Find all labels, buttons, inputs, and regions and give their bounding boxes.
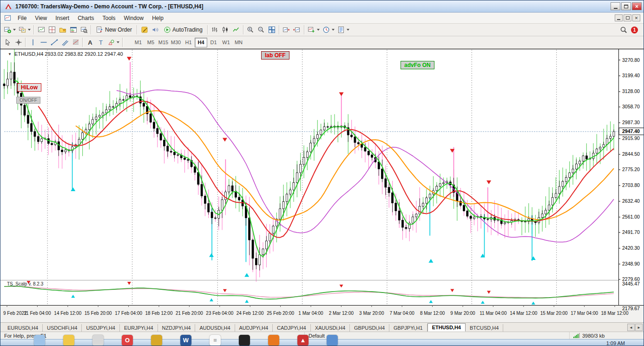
candlestick-chart-style-button[interactable] [220, 25, 231, 35]
text-tool-button[interactable]: A [85, 37, 95, 48]
chart-tab-audjpyi-h4[interactable]: AUDJPYi,H4 [235, 324, 273, 332]
zoom-in-button[interactable] [245, 25, 256, 35]
line-chart-style-button[interactable] [231, 25, 242, 35]
taskbar-word-icon[interactable]: W [180, 335, 191, 346]
sounds-button[interactable] [150, 25, 160, 35]
price-chart-svg[interactable]: 3270.803199.403128.003058.702987.302915.… [0, 49, 644, 322]
vertical-line-tool-button[interactable] [27, 37, 38, 48]
text-label-tool-button[interactable]: T [95, 37, 106, 48]
menu-file[interactable]: File [13, 13, 31, 23]
taskbar-files-icon[interactable] [92, 335, 104, 346]
chart-shift-button[interactable] [292, 25, 302, 35]
indicators-list-button[interactable] [306, 25, 321, 35]
strategy-tester-button[interactable] [79, 25, 89, 35]
timeframe-mn[interactable]: MN [232, 38, 245, 47]
timeframe-h1[interactable]: H1 [182, 38, 195, 47]
chart-tab-eurjpyi-h4[interactable]: EURJPYi,H4 [120, 324, 158, 332]
periods-button[interactable] [321, 25, 336, 35]
crosshair-tool-button[interactable] [13, 37, 24, 48]
svg-text:2844.50: 2844.50 [622, 151, 640, 157]
search-icon[interactable] [620, 26, 627, 33]
toolbar-separator [25, 38, 26, 47]
menu-tools[interactable]: Tools [99, 13, 120, 23]
close-button[interactable]: × [632, 2, 642, 10]
fibonacci-tool-button[interactable] [70, 37, 81, 48]
tab-scroll-left-icon[interactable]: ◄ [627, 324, 635, 331]
taskbar-mt4-icon[interactable]: ▲ [297, 335, 309, 346]
chart-tab-xauusdi-h4[interactable]: XAUUSDi,H4 [311, 324, 350, 332]
minimize-button[interactable] [611, 2, 620, 10]
standard-toolbar: New OrderAutoTrading 1 [0, 24, 644, 36]
terminal-button[interactable] [68, 25, 79, 35]
chart-tab-cadjpyi-h4[interactable]: CADJPYi,H4 [273, 324, 311, 332]
timeframe-m5[interactable]: M5 [145, 38, 157, 47]
navigator-button[interactable] [57, 25, 68, 35]
metaeditor-button[interactable] [139, 25, 150, 35]
mdi-close-button[interactable]: ✕ [632, 14, 640, 21]
timeframe-m15[interactable]: M15 [157, 38, 170, 47]
new-chart-button[interactable] [2, 25, 17, 35]
autotrading-button[interactable]: AutoTrading [160, 25, 206, 35]
mdi-restore-button[interactable] [624, 14, 631, 21]
auto-scroll-button[interactable] [281, 25, 292, 35]
timeframe-h4[interactable]: H4 [195, 38, 207, 47]
dropdown-caret-icon[interactable] [347, 29, 349, 31]
maximize-button[interactable] [621, 2, 631, 10]
tile-windows-button[interactable] [267, 25, 277, 35]
taskbar-browser-icon[interactable]: O [122, 335, 133, 346]
trendline-tool-button[interactable] [49, 37, 59, 48]
taskbar-media-icon[interactable] [239, 335, 250, 346]
dropdown-caret-icon[interactable] [117, 41, 119, 43]
dropdown-caret-icon[interactable] [28, 29, 31, 31]
taskbar-notepad-icon[interactable]: ≡ [210, 335, 221, 346]
chart-tab-eurusdi-h4[interactable]: EURUSDi,H4 [3, 324, 43, 332]
advfo-toggle-button[interactable]: advFo ON [401, 61, 434, 69]
timeframe-d1[interactable]: D1 [207, 38, 220, 47]
lab-toggle-button[interactable]: lab OFF [261, 51, 289, 60]
timeframe-w1[interactable]: W1 [220, 38, 232, 47]
taskbar-orange-app-icon[interactable] [268, 335, 279, 346]
taskbar-folder-icon[interactable] [63, 335, 74, 346]
zoom-out-button[interactable] [256, 25, 267, 35]
taskbar-window-icon[interactable] [34, 335, 45, 346]
arrows-shapes-tool-button[interactable] [106, 37, 121, 48]
menu-view[interactable]: View [31, 13, 51, 23]
chart-tab-ethusd-h4[interactable]: ETHUSD,H4 [427, 323, 466, 332]
menu-window[interactable]: Window [120, 13, 148, 23]
timeframe-m1[interactable]: M1 [132, 38, 145, 47]
new-order-label: New Order [105, 27, 132, 33]
menu-charts[interactable]: Charts [73, 13, 98, 23]
channel-tool-button[interactable] [59, 37, 70, 48]
horizontal-line-tool-button[interactable] [38, 37, 49, 48]
status-profile-text[interactable]: Default [305, 332, 570, 339]
chart-tab-btcusd-h4[interactable]: BTCUSD,H4 [466, 324, 503, 332]
data-window-button[interactable] [46, 25, 57, 35]
taskbar-monitor-icon[interactable] [327, 335, 338, 346]
new-order-button[interactable]: New Order [93, 25, 135, 35]
timeframe-bar: M1M5M15M30H1H4D1W1MN [132, 38, 245, 47]
menu-help[interactable]: Help [148, 13, 168, 23]
chart-tab-gbpusdi-h4[interactable]: GBPUSDi,H4 [350, 324, 389, 332]
cursor-tool-button[interactable] [2, 37, 13, 48]
hilow-button[interactable]: HiLow [17, 83, 41, 92]
timeframe-m30[interactable]: M30 [170, 38, 182, 47]
dropdown-caret-icon[interactable] [332, 29, 335, 31]
dropdown-caret-icon[interactable] [317, 29, 320, 31]
taskbar-gold-app-icon[interactable] [151, 335, 162, 346]
autotrading-label: AutoTrading [172, 27, 203, 33]
chart-tab-nzdjpyi-h4[interactable]: NZDJPYi,H4 [158, 324, 196, 332]
menu-insert[interactable]: Insert [51, 13, 73, 23]
bar-chart-style-button[interactable] [210, 25, 220, 35]
chart-tab-audusdi-h4[interactable]: AUDUSDi,H4 [195, 324, 235, 332]
tab-scroll-right-icon[interactable]: ► [635, 324, 643, 331]
notification-badge[interactable]: 1 [631, 27, 638, 33]
chart-tab-usdchfi-h4[interactable]: USDCHFi,H4 [43, 324, 82, 332]
market-watch-button[interactable] [36, 25, 46, 35]
templates-button[interactable] [336, 25, 351, 35]
dropdown-caret-icon[interactable] [13, 29, 16, 31]
chart-tab-usdjpyi-h4[interactable]: USDJPYi,H4 [82, 324, 120, 332]
chart-tab-gbpjpyi-h1[interactable]: GBPJPYi,H1 [389, 324, 427, 332]
onoff-button[interactable]: ON/OFF [16, 97, 40, 104]
mdi-minimize-button[interactable] [615, 14, 623, 21]
profiles-button[interactable] [17, 25, 32, 35]
